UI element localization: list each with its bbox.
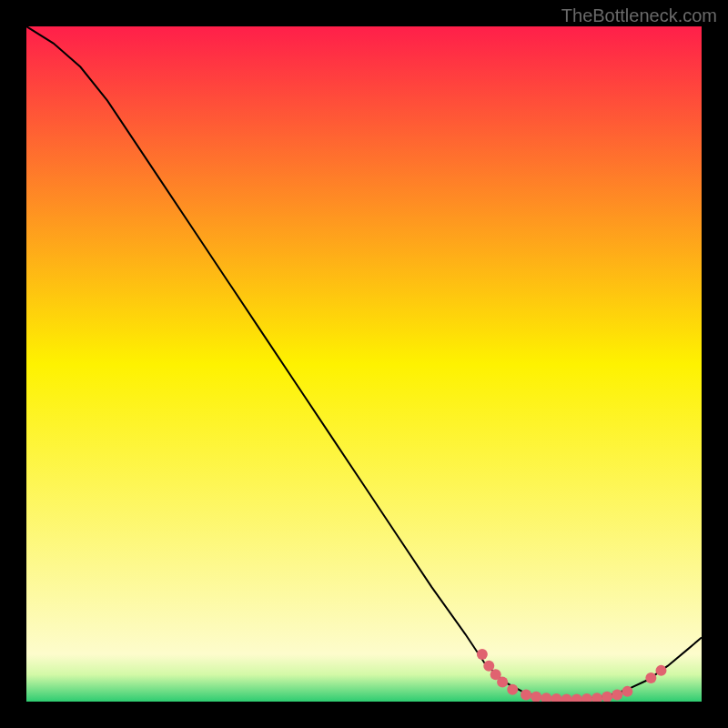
chart-svg (26, 26, 702, 702)
gradient-background (26, 26, 702, 702)
marker-dot (507, 684, 518, 695)
marker-dot (645, 672, 656, 683)
marker-dot (521, 690, 531, 701)
marker-dot (477, 649, 488, 660)
watermark-text: TheBottleneck.com (561, 5, 717, 26)
plot-area (26, 26, 702, 702)
marker-dot (622, 686, 632, 697)
marker-dot (483, 661, 494, 672)
marker-dot (655, 665, 666, 676)
chart-container: TheBottleneck.com (0, 0, 728, 728)
marker-dot (497, 676, 508, 687)
marker-dot (612, 690, 622, 701)
